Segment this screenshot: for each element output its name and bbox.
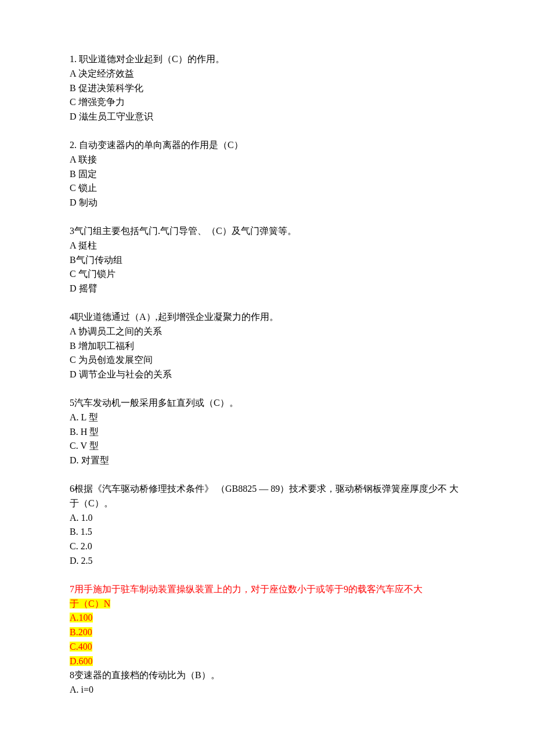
answer-option: B 增加职工福利 xyxy=(70,339,464,354)
answer-option: D 滋生员工守业意识 xyxy=(70,110,464,124)
question-stem: 4职业道德通过（A）,起到增强企业凝聚力的作用。 xyxy=(70,310,464,325)
question-stem: 5汽车发动机一般采用多缸直列或（C）。 xyxy=(70,396,464,411)
answer-option: D.600 xyxy=(70,654,464,669)
answer-option: A. 1.0 xyxy=(70,511,464,525)
answer-option: D. 2.5 xyxy=(70,554,464,568)
answer-option: B. H 型 xyxy=(70,425,464,440)
answer-option: D. 对置型 xyxy=(70,453,464,468)
answer-option: A 联接 xyxy=(70,153,464,167)
answer-option: A. L 型 xyxy=(70,411,464,425)
question-stem: 3气门组主要包括气门.气门导管、（C）及气门弹簧等。 xyxy=(70,224,464,239)
answer-option: A. i=0 xyxy=(70,683,464,697)
question-stem: 8变速器的直接档的传动比为（B）。 xyxy=(70,668,464,683)
question-block-highlighted: 7用手施加于驻车制动装置操纵装置上的力，对于座位数小于或等于9的载客汽车应不大 … xyxy=(70,582,464,669)
question-block: 6根据《汽车驱动桥修理技术条件》 （GB8825 — 89）技术要求，驱动桥钢板… xyxy=(70,482,464,568)
question-stem-cont: 于（C）N xyxy=(70,597,464,611)
question-block: 5汽车发动机一般采用多缸直列或（C）。 A. L 型 B. H 型 C. V 型… xyxy=(70,396,464,468)
question-stem: 2. 自动变速器内的单向离器的作用是（C） xyxy=(70,138,464,153)
answer-option: C 为员创造发展空间 xyxy=(70,353,464,368)
highlight: 于（C）N xyxy=(70,599,110,609)
answer-option: C 锁止 xyxy=(70,181,464,196)
question-block: 8变速器的直接档的传动比为（B）。 A. i=0 xyxy=(70,668,464,697)
answer-option: B. 1.5 xyxy=(70,525,464,539)
answer-option: C. V 型 xyxy=(70,439,464,453)
answer-option: A 决定经济效益 xyxy=(70,67,464,81)
answer-option: D 调节企业与社会的关系 xyxy=(70,368,464,382)
question-stem: 7用手施加于驻车制动装置操纵装置上的力，对于座位数小于或等于9的载客汽车应不大 xyxy=(70,582,464,597)
highlight: D.600 xyxy=(70,656,93,666)
question-stem: 1. 职业道德对企业起到（C）的作用。 xyxy=(70,52,464,67)
highlight: A.100 xyxy=(70,613,93,622)
answer-option: D 制动 xyxy=(70,196,464,210)
answer-option: A 挺柱 xyxy=(70,239,464,253)
answer-option: C.400 xyxy=(70,640,464,654)
answer-option: A.100 xyxy=(70,611,464,625)
highlight: B.200 xyxy=(70,627,92,637)
answer-option: C. 2.0 xyxy=(70,539,464,554)
question-block: 3气门组主要包括气门.气门导管、（C）及气门弹簧等。 A 挺柱 B气门传动组 C… xyxy=(70,224,464,296)
answer-option: D 摇臂 xyxy=(70,282,464,296)
answer-option: A 协调员工之间的关系 xyxy=(70,325,464,339)
question-block: 2. 自动变速器内的单向离器的作用是（C） A 联接 B 固定 C 锁止 D 制… xyxy=(70,138,464,210)
question-block: 1. 职业道德对企业起到（C）的作用。 A 决定经济效益 B 促进决策科学化 C… xyxy=(70,52,464,124)
document-page: 1. 职业道德对企业起到（C）的作用。 A 决定经济效益 B 促进决策科学化 C… xyxy=(0,0,534,756)
answer-option: C 气门锁片 xyxy=(70,267,464,282)
question-stem: 6根据《汽车驱动桥修理技术条件》 （GB8825 — 89）技术要求，驱动桥钢板… xyxy=(70,482,464,511)
answer-option: B 促进决策科学化 xyxy=(70,81,464,96)
answer-option: B气门传动组 xyxy=(70,253,464,268)
answer-option: B.200 xyxy=(70,625,464,640)
answer-option: C 增强竞争力 xyxy=(70,95,464,110)
highlight: C.400 xyxy=(70,642,92,651)
question-block: 4职业道德通过（A）,起到增强企业凝聚力的作用。 A 协调员工之间的关系 B 增… xyxy=(70,310,464,382)
answer-option: B 固定 xyxy=(70,167,464,182)
